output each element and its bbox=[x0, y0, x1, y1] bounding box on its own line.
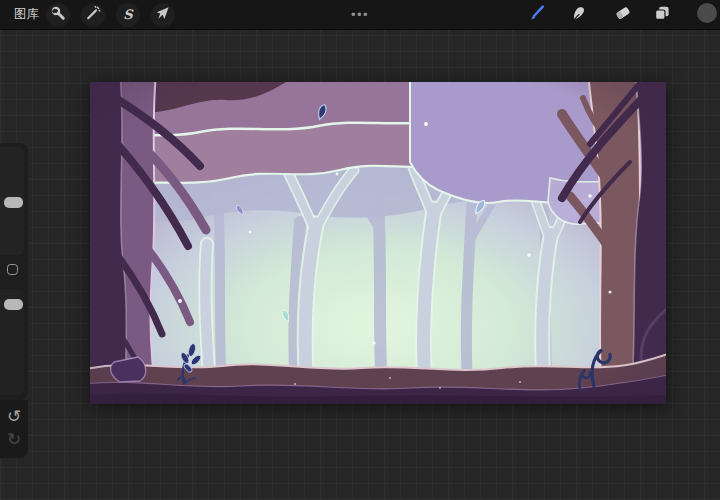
selection-button[interactable]: S bbox=[116, 3, 140, 27]
undo-button[interactable]: ↺ bbox=[2, 405, 26, 427]
adjustments-button[interactable] bbox=[81, 3, 105, 27]
redo-button[interactable]: ↻ bbox=[2, 428, 26, 450]
brush-tool-button[interactable] bbox=[525, 3, 549, 27]
smudge-finger-icon bbox=[570, 4, 588, 25]
top-toolbar: 图库 S ••• bbox=[0, 0, 720, 30]
canvas-options-button[interactable]: ••• bbox=[345, 0, 375, 29]
forest-illustration bbox=[90, 82, 666, 404]
gallery-button[interactable]: 图库 bbox=[14, 0, 39, 29]
eraser-icon bbox=[614, 4, 632, 25]
brush-sidebar bbox=[0, 143, 28, 400]
transform-button[interactable] bbox=[151, 3, 175, 27]
brush-opacity-handle[interactable] bbox=[4, 299, 23, 310]
smudge-tool-button[interactable] bbox=[567, 3, 591, 27]
transform-arrow-icon bbox=[155, 5, 171, 24]
layers-button[interactable] bbox=[650, 3, 674, 27]
vignette bbox=[90, 82, 666, 404]
modify-button[interactable] bbox=[7, 264, 18, 275]
canvas-artwork[interactable] bbox=[90, 82, 666, 404]
selection-s-icon: S bbox=[123, 8, 132, 21]
current-color-icon bbox=[696, 2, 718, 27]
layers-icon bbox=[653, 4, 671, 25]
wrench-icon bbox=[50, 5, 66, 24]
color-swatch-button[interactable] bbox=[695, 3, 719, 27]
paint-brush-icon bbox=[527, 3, 547, 26]
eraser-tool-button[interactable] bbox=[611, 3, 635, 27]
magic-wand-icon bbox=[85, 5, 101, 24]
actions-button[interactable] bbox=[46, 3, 70, 27]
brush-size-handle[interactable] bbox=[4, 197, 23, 208]
